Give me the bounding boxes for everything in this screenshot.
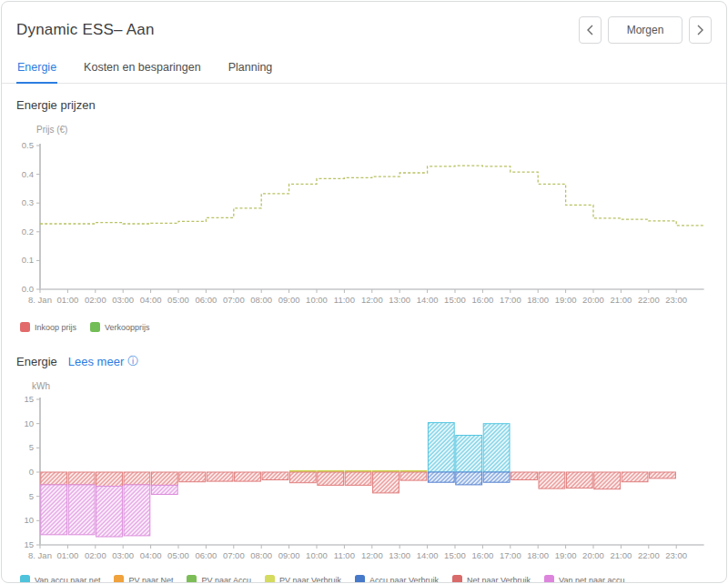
- svg-text:07:00: 07:00: [223, 295, 245, 305]
- svg-text:06:00: 06:00: [196, 295, 217, 305]
- legend-item[interactable]: Van accu naar net: [20, 575, 100, 583]
- tab-energie[interactable]: Energie: [16, 55, 57, 83]
- svg-text:09:00: 09:00: [278, 295, 300, 305]
- svg-text:0.3: 0.3: [22, 197, 34, 207]
- svg-text:5: 5: [29, 442, 34, 452]
- tab-bar: Energie Kosten en besparingen Planning: [2, 55, 726, 84]
- svg-text:17:00: 17:00: [500, 295, 521, 305]
- svg-text:11:00: 11:00: [334, 295, 355, 305]
- svg-text:07:00: 07:00: [223, 550, 245, 560]
- legend-item[interactable]: Verkoopprijs: [90, 322, 150, 332]
- svg-text:20:00: 20:00: [582, 295, 604, 305]
- svg-text:15:00: 15:00: [444, 550, 466, 560]
- legend-item[interactable]: PV naar Verbruik: [265, 575, 341, 583]
- svg-text:18:00: 18:00: [527, 295, 549, 305]
- svg-text:15: 15: [24, 539, 34, 549]
- svg-text:0.4: 0.4: [22, 169, 34, 179]
- svg-text:11:00: 11:00: [334, 550, 355, 560]
- svg-text:14:00: 14:00: [417, 550, 439, 560]
- legend-item[interactable]: Accu naar Verbruik: [355, 575, 439, 583]
- svg-text:08:00: 08:00: [250, 550, 272, 560]
- svg-text:13:00: 13:00: [389, 295, 410, 305]
- legend-swatch: [20, 575, 30, 583]
- svg-text:17:00: 17:00: [500, 550, 521, 560]
- legend-item[interactable]: Van net naar accu: [544, 575, 624, 583]
- legend-swatch: [355, 575, 365, 583]
- svg-text:0.5: 0.5: [22, 140, 34, 150]
- legend-item[interactable]: Inkoop prijs: [20, 322, 76, 332]
- svg-text:05:00: 05:00: [167, 295, 189, 305]
- svg-text:0.2: 0.2: [22, 227, 34, 237]
- lees-meer-link[interactable]: Lees meer ⓘ: [68, 354, 138, 369]
- price-y-axis-unit: Prijs (€): [36, 125, 726, 135]
- legend-swatch: [90, 322, 100, 332]
- date-nav: Morgen: [579, 16, 712, 44]
- legend-item[interactable]: PV naar Accu: [187, 575, 251, 583]
- chevron-left-icon: [586, 25, 594, 35]
- tab-planning[interactable]: Planning: [228, 55, 274, 83]
- svg-text:08:00: 08:00: [250, 295, 272, 305]
- svg-text:21:00: 21:00: [611, 295, 632, 305]
- svg-text:19:00: 19:00: [555, 295, 577, 305]
- svg-text:8. Jan: 8. Jan: [28, 550, 52, 560]
- svg-text:15: 15: [24, 395, 34, 404]
- legend-label: PV naar Verbruik: [279, 576, 341, 584]
- svg-text:5: 5: [29, 491, 34, 501]
- svg-text:23:00: 23:00: [665, 295, 687, 305]
- svg-text:02:00: 02:00: [85, 295, 106, 305]
- energy-section-title: Energie: [16, 355, 57, 368]
- price-section-title: Energie prijzen: [16, 98, 712, 112]
- legend-swatch: [265, 575, 275, 583]
- legend-label: Van net naar accu: [559, 576, 624, 584]
- legend-item[interactable]: Net naar Verbruik: [452, 575, 531, 583]
- svg-text:14:00: 14:00: [417, 295, 439, 305]
- energy-chart: 151050510158. Jan01:0002:0003:0004:0005:…: [2, 395, 712, 569]
- svg-text:0.0: 0.0: [22, 284, 34, 294]
- svg-text:22:00: 22:00: [638, 295, 660, 305]
- legend-label: Net naar Verbruik: [467, 576, 531, 584]
- svg-text:01:00: 01:00: [57, 550, 79, 560]
- morgen-label: Morgen: [627, 24, 664, 36]
- svg-text:21:00: 21:00: [611, 550, 632, 560]
- morgen-button[interactable]: Morgen: [608, 16, 682, 44]
- energy-y-axis-unit: kWh: [32, 381, 726, 391]
- dynamic-ess-card: Dynamic ESS– Aan Morgen Energie Kosten e…: [1, 1, 727, 583]
- legend-swatch: [452, 575, 462, 583]
- svg-text:03:00: 03:00: [112, 295, 134, 305]
- tab-kosten-en-besparingen[interactable]: Kosten en besparingen: [83, 55, 202, 83]
- next-day-button[interactable]: [689, 16, 712, 44]
- svg-text:06:00: 06:00: [196, 550, 217, 560]
- chevron-right-icon: [696, 25, 704, 35]
- legend-label: Van accu naar net: [35, 576, 100, 584]
- legend-label: Inkoop prijs: [35, 323, 76, 332]
- info-icon: ⓘ: [127, 354, 138, 369]
- svg-text:8. Jan: 8. Jan: [28, 295, 52, 305]
- svg-text:0: 0: [29, 467, 34, 477]
- price-legend: Inkoop prijsVerkoopprijs: [20, 322, 726, 332]
- svg-text:01:00: 01:00: [57, 295, 79, 305]
- svg-text:03:00: 03:00: [112, 550, 134, 560]
- legend-swatch: [187, 575, 197, 583]
- svg-text:16:00: 16:00: [472, 550, 494, 560]
- svg-text:0.1: 0.1: [22, 255, 34, 265]
- price-chart: 0.00.10.20.30.40.58. Jan01:0002:0003:000…: [2, 138, 712, 313]
- svg-text:22:00: 22:00: [638, 550, 660, 560]
- page-header: Dynamic ESS– Aan Morgen: [2, 2, 726, 51]
- legend-label: Verkoopprijs: [105, 323, 150, 332]
- svg-text:12:00: 12:00: [361, 550, 383, 560]
- legend-swatch: [114, 575, 124, 583]
- legend-item[interactable]: PV naar Net: [114, 575, 173, 583]
- legend-swatch: [20, 322, 30, 332]
- svg-text:10: 10: [24, 418, 34, 428]
- svg-text:10:00: 10:00: [306, 295, 328, 305]
- lees-meer-label: Lees meer: [68, 355, 124, 368]
- svg-text:15:00: 15:00: [444, 295, 466, 305]
- svg-text:04:00: 04:00: [140, 295, 162, 305]
- legend-label: PV naar Net: [128, 576, 173, 584]
- svg-text:05:00: 05:00: [167, 550, 189, 560]
- page-title: Dynamic ESS– Aan: [16, 21, 155, 39]
- prev-day-button[interactable]: [579, 16, 602, 44]
- legend-label: PV naar Accu: [201, 576, 251, 584]
- svg-text:10: 10: [24, 515, 34, 525]
- legend-swatch: [544, 575, 554, 583]
